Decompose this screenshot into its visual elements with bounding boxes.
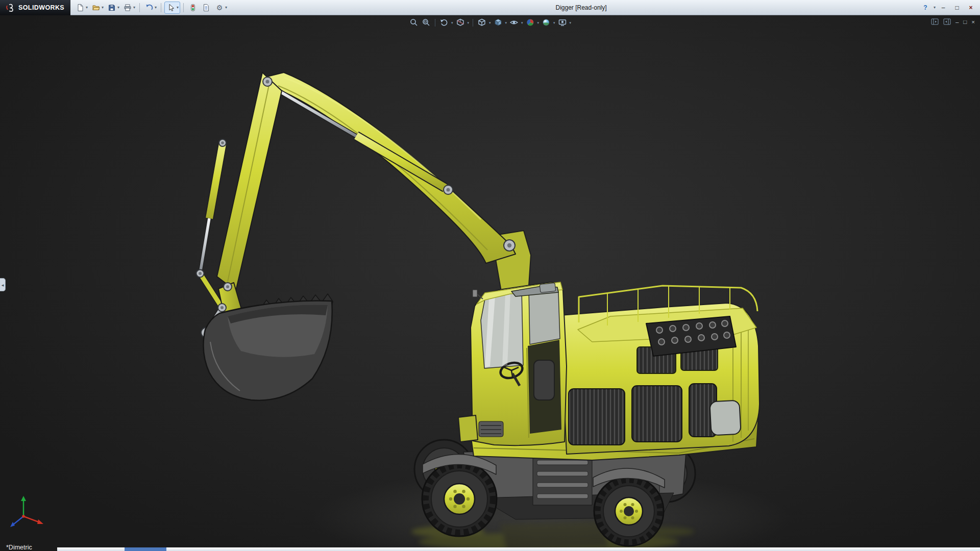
headsup-separator (473, 19, 473, 27)
wheel-rear[interactable] (594, 477, 664, 546)
document-minimize-button[interactable]: – (955, 19, 959, 25)
dropdown-arrow[interactable]: ▾ (155, 6, 157, 10)
options-button[interactable]: ⚙ ▾ (213, 2, 228, 13)
graphics-viewport[interactable]: ▾ ▾ ▾ ▾ ▾ ▾ ▾ ▾ (0, 15, 980, 551)
dassault-3ds-mark-icon (5, 3, 15, 12)
rear-panel (709, 400, 741, 436)
heads-up-toolbar: ▾ ▾ ▾ ▾ ▾ ▾ ▾ ▾ (408, 17, 572, 28)
dropdown-arrow[interactable]: ▾ (505, 21, 507, 24)
view-orientation-label: *Dimetric (6, 544, 32, 551)
taskbar-active-segment[interactable] (125, 547, 166, 551)
rebuild-traffic-light-icon (188, 3, 198, 13)
expand-pane-left-icon[interactable] (931, 18, 939, 25)
dropdown-arrow[interactable]: ▾ (570, 21, 572, 24)
front-bracket (458, 415, 478, 442)
title-bar: SOLIDWORKS ▾ ▾ ▾ ▾ (0, 0, 980, 15)
help-button[interactable]: ? (919, 2, 932, 13)
headsup-separator (435, 19, 435, 27)
gear-icon: ⚙ (214, 3, 225, 13)
minimize-button[interactable]: – (937, 2, 949, 13)
edit-appearance-icon[interactable] (525, 17, 536, 28)
excavator-model[interactable] (197, 72, 760, 546)
graphics-area[interactable] (0, 15, 980, 551)
dropdown-arrow[interactable]: ▾ (934, 6, 936, 10)
rebuild-button[interactable] (187, 2, 199, 13)
window-title: Digger [Read-only] (556, 0, 607, 15)
roof-box (540, 283, 556, 292)
side-grille (632, 386, 682, 442)
zoom-to-fit-icon[interactable] (408, 17, 420, 28)
document-window-controls: – □ × (931, 18, 975, 25)
arm-assembly[interactable] (197, 72, 516, 338)
maximize-button[interactable]: □ (951, 2, 963, 13)
toolbar-separator (161, 3, 161, 12)
brand-name: SOLIDWORKS (18, 4, 64, 11)
dropdown-arrow[interactable]: ▾ (467, 21, 469, 24)
dropdown-arrow[interactable]: ▾ (177, 6, 179, 10)
document-restore-button[interactable]: □ (963, 19, 967, 25)
display-style-icon[interactable] (492, 17, 503, 28)
save-button[interactable]: ▾ (106, 2, 120, 13)
open-button[interactable]: ▾ (90, 2, 105, 13)
engine-house[interactable] (560, 286, 760, 454)
undo-button[interactable]: ▾ (143, 2, 158, 13)
window-controls: ? ▾ – □ × (919, 0, 977, 15)
dropdown-arrow[interactable]: ▾ (537, 21, 540, 24)
dropdown-arrow[interactable]: ▾ (489, 21, 491, 24)
side-grille (569, 389, 625, 445)
file-properties-button[interactable] (200, 2, 212, 13)
select-cursor-icon (166, 3, 176, 13)
wheel-front[interactable] (422, 462, 497, 536)
dropdown-arrow[interactable]: ▾ (133, 6, 135, 10)
view-orientation-icon[interactable] (476, 17, 487, 28)
view-settings-icon[interactable] (557, 17, 568, 28)
dropdown-arrow[interactable]: ▾ (225, 6, 227, 10)
stick (217, 72, 282, 291)
featuremanager-collapsed-tab[interactable]: ◀ (0, 278, 6, 291)
taskbar-edge[interactable] (57, 547, 980, 551)
toolbar-separator (183, 3, 184, 12)
apply-scene-icon[interactable] (541, 17, 552, 28)
dropdown-arrow[interactable]: ▾ (553, 21, 555, 24)
dropdown-arrow[interactable]: ▾ (521, 21, 523, 24)
dropdown-arrow[interactable]: ▾ (451, 21, 453, 24)
mirror (473, 290, 477, 297)
previous-view-icon[interactable] (438, 17, 450, 28)
new-document-icon (75, 3, 85, 13)
print-button[interactable]: ▾ (121, 2, 136, 13)
hide-show-items-icon[interactable] (508, 17, 520, 28)
expand-pane-right-icon[interactable] (943, 18, 951, 25)
cab[interactable] (458, 282, 567, 445)
section-view-icon[interactable] (454, 17, 465, 28)
toolbar-separator (139, 3, 140, 12)
dropdown-arrow[interactable]: ▾ (117, 6, 119, 10)
open-icon (91, 3, 101, 13)
document-close-button[interactable]: × (971, 19, 975, 25)
dropdown-arrow[interactable]: ▾ (102, 6, 104, 10)
select-button[interactable]: ▾ (164, 2, 180, 14)
operator-seat (534, 360, 554, 400)
new-document-button[interactable]: ▾ (74, 2, 89, 13)
close-button[interactable]: × (965, 2, 977, 13)
main-toolbar: ▾ ▾ ▾ ▾ ▾ (74, 2, 229, 14)
solidworks-logo: SOLIDWORKS (0, 0, 70, 15)
boom (263, 72, 516, 263)
save-icon (107, 3, 117, 13)
orientation-triad[interactable] (10, 496, 43, 527)
file-properties-icon (201, 3, 211, 13)
zoom-to-area-icon[interactable] (421, 17, 432, 28)
dropdown-arrow[interactable]: ▾ (86, 6, 88, 10)
print-icon (122, 3, 133, 13)
undo-icon (144, 3, 154, 13)
